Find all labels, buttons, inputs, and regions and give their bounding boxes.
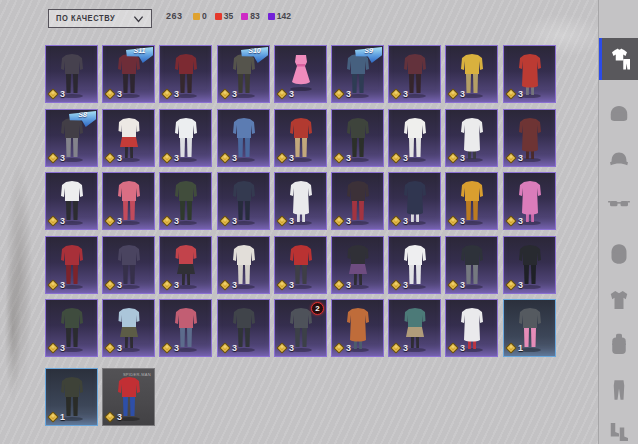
item-tile-wetsuit-gray-pants[interactable]: 3 <box>445 236 498 294</box>
item-tile-gray-yellow-hood-outfit[interactable]: S10 3 <box>217 45 270 103</box>
item-tile-white-coat-dark-pants[interactable]: 3 <box>445 109 498 167</box>
count-row: 3 <box>392 89 408 99</box>
item-count: 3 <box>460 343 465 353</box>
item-tile-red-jumpsuit[interactable]: 3 <box>45 236 98 294</box>
coin-icon <box>161 342 172 353</box>
count-row: 3 <box>392 216 408 226</box>
coin-icon <box>447 88 458 99</box>
item-tile-green-hooded-jacket[interactable]: 3 <box>45 299 98 357</box>
item-tile-red-gray-coat[interactable]: 3 <box>503 45 556 103</box>
sidebar-item-helmets[interactable] <box>599 98 638 132</box>
item-tile-pink-coat[interactable]: 3 <box>503 172 556 230</box>
item-tile-orange-tunic-outfit[interactable]: 3 <box>331 299 384 357</box>
item-tile-white-red-tee-skirt[interactable]: 3 <box>102 109 155 167</box>
item-tile-white-coat-red-top[interactable]: 3 <box>445 299 498 357</box>
item-count: 3 <box>346 216 351 226</box>
count-row: 3 <box>507 153 523 163</box>
item-tile-red-black-racing-suit[interactable]: 3 <box>159 45 212 103</box>
item-count: 3 <box>518 89 523 99</box>
item-tile-red-jersey-black-shorts[interactable]: 3 <box>159 236 212 294</box>
item-tile-black-top-purple-shorts[interactable]: 3 <box>331 236 384 294</box>
item-tile-red-hood-outfit[interactable]: 3 <box>274 109 327 167</box>
item-tile-dark-suit-pink-trim[interactable]: 3 <box>45 45 98 103</box>
item-tile-black-jumpsuit[interactable]: 3 <box>503 236 556 294</box>
count-row: 3 <box>221 153 237 163</box>
sidebar-item-outfit-sets[interactable] <box>599 38 638 80</box>
item-tile-purple-jumpsuit[interactable]: 3 <box>102 236 155 294</box>
item-tile-pink-santa-outfit[interactable]: 3 <box>102 172 155 230</box>
item-tile-navy-suit-red-tie[interactable]: 3 <box>217 172 270 230</box>
coin-icon <box>390 88 401 99</box>
item-tile-camo-hooded-suit[interactable]: 3 <box>159 172 212 230</box>
item-tile-white-baseball-uniform[interactable]: 3 <box>217 236 270 294</box>
item-tile-firefighter-outfit[interactable]: 3 <box>445 172 498 230</box>
coin-icon <box>447 279 458 290</box>
coin-icon <box>47 342 58 353</box>
item-count: 3 <box>403 89 408 99</box>
count-row: 3 <box>221 89 237 99</box>
count-row: 3 <box>49 153 65 163</box>
item-count: 3 <box>174 153 179 163</box>
coin-icon <box>333 215 344 226</box>
item-tile-dark-zombie-suit[interactable]: 1 <box>45 368 98 426</box>
item-tile-white-gi-red-belt[interactable]: 3 <box>388 109 441 167</box>
sidebar-item-caps[interactable] <box>599 143 638 177</box>
item-tile-hooded-red-black-suit[interactable]: S11 3 <box>102 45 155 103</box>
quantity-badge: 2 <box>311 302 324 315</box>
coin-icon <box>104 342 115 353</box>
quality-count: 83 <box>250 11 259 21</box>
item-count: 3 <box>518 216 523 226</box>
item-tile-white-shirt-black-pants[interactable]: 3 <box>45 172 98 230</box>
item-tile-teal-tan-outfit[interactable]: 3 <box>388 299 441 357</box>
item-tile-pink-shirt-jeans[interactable]: 3 <box>159 299 212 357</box>
item-count: 3 <box>460 216 465 226</box>
coin-icon <box>219 342 230 353</box>
sidebar-item-pants[interactable] <box>599 373 638 407</box>
item-tile-dark-jacket-boots-set[interactable]: 3 <box>217 299 270 357</box>
item-tile-pink-dress[interactable]: 3 <box>274 45 327 103</box>
category-sidebar <box>598 0 638 444</box>
item-tile-dark-jacket-gray-jeans[interactable]: S8 3 <box>45 109 98 167</box>
item-tile-blue-shirt-camo-skirt[interactable]: 3 <box>102 299 155 357</box>
item-tile-white-jumpsuit-blue-sash[interactable]: 3 <box>388 236 441 294</box>
item-tile-yellow-jacket-khaki-pants[interactable]: 3 <box>445 45 498 103</box>
coin-icon <box>161 215 172 226</box>
coin-icon <box>505 215 516 226</box>
item-tile-dark-red-long-coat[interactable]: 3 <box>503 109 556 167</box>
count-row: 3 <box>221 280 237 290</box>
coin-icon <box>161 279 172 290</box>
item-tile-dark-green-accent-suit[interactable]: 3 <box>331 109 384 167</box>
quality-color-swatch <box>215 13 222 20</box>
item-count: 3 <box>174 280 179 290</box>
sidebar-item-jackets[interactable] <box>599 283 638 317</box>
item-tile-white-robe[interactable]: 3 <box>274 172 327 230</box>
item-tile-maroon-outfit[interactable]: 3 <box>388 45 441 103</box>
sidebar-item-backpacks[interactable] <box>599 328 638 362</box>
item-tile-gray-outfit[interactable]: 2 3 <box>274 299 327 357</box>
sidebar-item-masks[interactable] <box>599 237 638 271</box>
sidebar-item-boots[interactable] <box>599 415 638 444</box>
items-grid: 3 S11 3 3 S10 3 <box>45 45 557 430</box>
coin-icon <box>219 152 230 163</box>
item-tile-blue-denim-set[interactable]: 3 <box>217 109 270 167</box>
cap-icon <box>607 148 631 172</box>
item-tile-dark-top-red-pants[interactable]: 3 <box>331 172 384 230</box>
count-row: 3 <box>163 343 179 353</box>
item-tile-blue-dark-suit[interactable]: S9 3 <box>331 45 384 103</box>
sidebar-item-glasses[interactable] <box>599 187 638 221</box>
item-count: 3 <box>232 89 237 99</box>
jacket-icon <box>607 288 631 312</box>
sort-dropdown[interactable]: ПО КАЧЕСТВУ <box>48 9 152 28</box>
count-row: 3 <box>106 280 122 290</box>
item-count: 3 <box>117 343 122 353</box>
item-count: 3 <box>403 153 408 163</box>
item-tile-white-track-suit[interactable]: 3 <box>159 109 212 167</box>
count-row: 3 <box>163 153 179 163</box>
pants-icon <box>607 378 631 402</box>
sort-dropdown-label: ПО КАЧЕСТВУ <box>56 13 115 23</box>
item-tile-spider-man-suit[interactable]: SPIDER-MAN 3 <box>102 368 155 426</box>
item-tile-navy-coat-white-pants[interactable]: 3 <box>388 172 441 230</box>
item-tile-pink-white-special-outfit[interactable]: 1 <box>503 299 556 357</box>
count-row: 1 <box>49 412 65 422</box>
item-tile-red-black-jacket[interactable]: 3 <box>274 236 327 294</box>
